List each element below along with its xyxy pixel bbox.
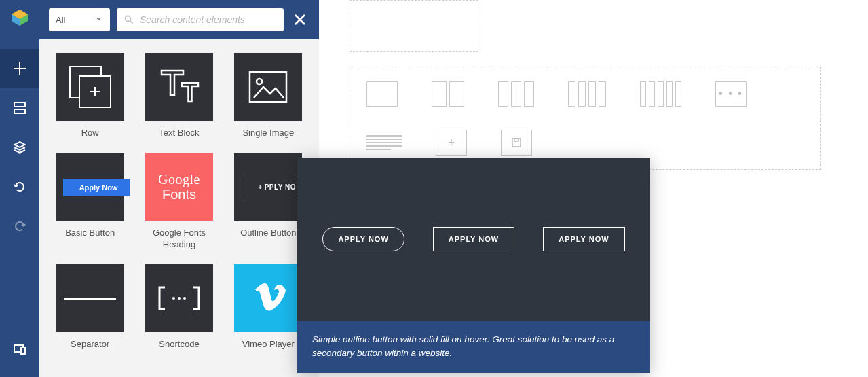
basic-button-preview-label: Apply Now [63,179,130,196]
svg-rect-3 [14,103,25,107]
element-gfonts-thumb: Google Fonts [145,153,213,221]
svg-rect-4 [14,109,25,113]
layout-add[interactable]: + [436,130,467,156]
element-basic-button[interactable]: Apply Now Basic Button [50,153,130,251]
element-preview-popup: APPLY NOW APPLY NOW APPLY NOW Simple out… [297,158,650,373]
element-vimeo-thumb [234,264,302,332]
layers-icon [13,141,26,154]
svg-point-9 [257,79,262,84]
element-basic-button-label: Basic Button [65,228,115,239]
redo-icon [13,219,26,233]
gfonts-line2: Fonts [162,187,196,202]
search-icon [124,14,134,25]
app-logo [9,7,31,29]
svg-rect-13 [512,139,521,147]
svg-point-11 [178,297,181,300]
close-icon [294,14,306,26]
template-icon [13,101,26,115]
preview-button-rounded[interactable]: APPLY NOW [322,227,404,251]
svg-point-12 [183,297,186,300]
existing-row-placeholder[interactable] [350,0,478,52]
preview-description: Simple outline button with solid fill on… [297,321,650,373]
element-row[interactable]: Row [50,53,130,139]
element-shortcode-label: Shortcode [159,339,199,351]
svg-rect-14 [514,139,518,141]
layout-1col[interactable] [366,81,398,107]
element-basic-button-thumb: Apply Now [56,153,124,221]
layout-3col[interactable] [498,81,534,107]
outline-button-preview-label: PPLY NO [265,183,296,191]
layout-custom[interactable]: • • • [715,81,747,107]
svg-point-10 [172,297,175,300]
row-layout-chooser: • • • + [350,67,821,170]
elements-grid: Row Text Block Single Image Apply Now Ba… [39,39,319,364]
preview-button-square-1[interactable]: APPLY NOW [433,227,514,251]
element-row-thumb [56,53,124,121]
element-vimeo-player[interactable]: Vimeo Player [229,264,308,351]
layout-text[interactable] [366,130,402,156]
layout-4col[interactable] [568,81,606,107]
search-input[interactable] [140,14,277,25]
element-separator[interactable]: Separator [50,264,130,351]
panel-header: All [39,0,319,39]
element-text-block[interactable]: Text Block [139,53,219,139]
element-shortcode[interactable]: Shortcode [139,264,219,351]
element-outline-button[interactable]: +PPLY NO Outline Button [229,153,308,251]
add-element-button[interactable] [0,49,39,88]
svg-point-7 [125,16,130,21]
element-single-image-label: Single Image [242,128,294,139]
templates-button[interactable] [0,88,39,128]
undo-icon [13,180,26,194]
search-wrap [117,8,284,31]
layout-2col[interactable] [432,81,464,107]
element-vimeo-label: Vimeo Player [242,339,295,351]
plus-icon [13,62,26,75]
preview-body: APPLY NOW APPLY NOW APPLY NOW [297,158,650,321]
element-separator-thumb [56,264,124,332]
gfonts-line1: Google [158,172,200,187]
devices-icon [13,342,26,356]
element-text-block-label: Text Block [159,128,199,139]
element-separator-label: Separator [71,339,109,351]
element-shortcode-thumb [145,264,213,332]
element-text-block-thumb [145,53,213,121]
layout-5col[interactable] [640,81,681,107]
element-google-fonts-heading[interactable]: Google Fonts Google Fonts Heading [139,153,219,251]
responsive-button[interactable] [0,329,39,369]
close-panel-button[interactable] [290,10,309,29]
redo-button[interactable] [0,207,39,246]
preview-button-square-2[interactable]: APPLY NOW [543,227,624,251]
element-row-label: Row [81,128,99,139]
undo-button[interactable] [0,167,39,207]
svg-rect-6 [21,348,25,354]
layers-button[interactable] [0,128,39,167]
element-gfonts-label: Google Fonts Heading [142,228,216,251]
category-filter[interactable]: All [49,8,110,31]
element-single-image-thumb [234,53,302,121]
element-outline-button-thumb: +PPLY NO [234,153,302,221]
element-outline-button-label: Outline Button [240,228,296,239]
left-rail [0,0,39,377]
elements-panel: All Row Text Block [39,0,319,377]
layout-template[interactable] [501,130,532,156]
element-single-image[interactable]: Single Image [229,53,308,139]
